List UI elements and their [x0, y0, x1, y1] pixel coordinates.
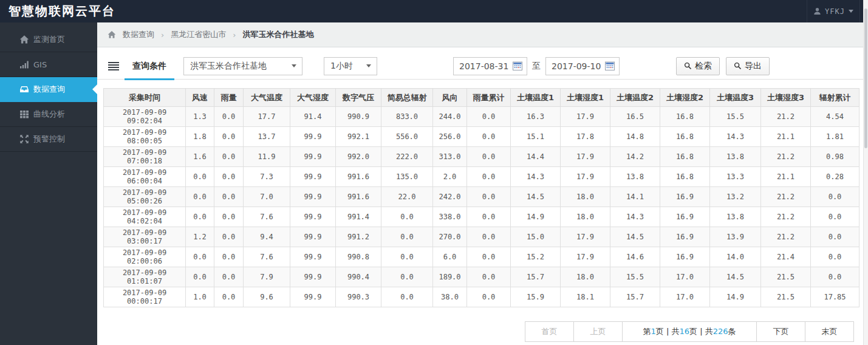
table-cell: 38.0: [433, 287, 467, 307]
sidebar-item-label: 预警控制: [33, 134, 65, 145]
table-cell: 99.9: [290, 247, 336, 267]
table-cell: 16.8: [660, 167, 710, 187]
top-bar: 智慧物联网云平台 YFKJ: [0, 0, 868, 22]
table-cell: 2017-09-09 07:00:18: [104, 147, 186, 167]
table-cell: 2017-09-09 08:00:05: [104, 127, 186, 147]
user-icon: [813, 7, 821, 15]
table-cell: 0.0: [467, 187, 511, 207]
table-cell: 0.0: [214, 187, 244, 207]
scrollbar[interactable]: [863, 0, 868, 345]
prev-page-button[interactable]: 上页: [573, 321, 623, 342]
table-cell: 2017-09-09 09:02:04: [104, 107, 186, 127]
table-cell: 2017-09-09 01:01:07: [104, 267, 186, 287]
column-header: 大气湿度: [290, 89, 336, 107]
table-cell: 16.5: [610, 107, 660, 127]
table-cell: 7.6: [244, 207, 290, 227]
user-menu[interactable]: YFKJ: [807, 0, 860, 22]
next-page-button[interactable]: 下页: [756, 321, 805, 342]
sidebar: 监测首页 GIS 数据查询 曲线分析 预警控制: [0, 22, 97, 345]
table-cell: 13.8: [710, 207, 761, 227]
breadcrumb-item[interactable]: 数据查询: [123, 29, 154, 40]
table-cell: 1.8: [186, 127, 214, 147]
username-label: YFKJ: [825, 7, 845, 16]
search-button[interactable]: 检索: [676, 57, 720, 75]
table-cell: 0.0: [214, 267, 244, 287]
table-cell: 13.3: [710, 167, 761, 187]
interval-select[interactable]: 1小时: [324, 57, 377, 75]
table-row: 2017-09-09 01:01:070.00.07.999.9990.40.0…: [104, 267, 859, 287]
search-button-label: 检索: [695, 61, 712, 72]
table-cell: 2.0: [433, 167, 467, 187]
export-button-label: 导出: [745, 61, 762, 72]
home-icon: [19, 35, 30, 45]
table-cell: 991.4: [336, 207, 381, 227]
column-header: 土壤温度1: [511, 89, 561, 107]
scrollbar-thumb[interactable]: [864, 9, 867, 148]
calendar-icon[interactable]: [605, 61, 615, 70]
table-cell: 0.0: [214, 287, 244, 307]
table-cell: 7.9: [244, 267, 290, 287]
sidebar-item-label: 监测首页: [33, 34, 65, 45]
column-header: 简易总辐射: [381, 89, 433, 107]
table-cell: 0.0: [214, 167, 244, 187]
data-table-wrap: 采集时间 风速 雨量 大气温度 大气湿度 数字气压 简易总辐射 风向 雨量累计 …: [103, 88, 859, 307]
table-cell: 16.3: [511, 107, 561, 127]
sidebar-item-monitor-home[interactable]: 监测首页: [0, 27, 97, 52]
table-cell: 0.0: [811, 207, 859, 227]
table-cell: 99.9: [290, 127, 336, 147]
table-cell: 990.8: [336, 247, 381, 267]
table-cell: 0.0: [186, 167, 214, 187]
table-cell: 14.2: [610, 147, 660, 167]
inbox-icon: [19, 84, 30, 95]
date-from-field[interactable]: [453, 57, 527, 75]
date-from-input[interactable]: [459, 61, 513, 71]
date-to-input[interactable]: [552, 61, 605, 71]
first-page-button[interactable]: 首页: [525, 321, 574, 342]
interval-select-value: 1小时: [330, 61, 353, 72]
export-button[interactable]: 导出: [726, 57, 770, 75]
table-cell: 270.0: [433, 227, 467, 247]
table-cell: 556.0: [381, 127, 433, 147]
table-cell: 244.0: [433, 107, 467, 127]
table-header-row: 采集时间 风速 雨量 大气温度 大气湿度 数字气压 简易总辐射 风向 雨量累计 …: [104, 89, 859, 107]
table-cell: 0.28: [811, 167, 859, 187]
page-info-text: 条: [728, 327, 736, 336]
table-cell: 0.0: [467, 167, 511, 187]
table-cell: 15.9: [511, 287, 561, 307]
date-to-field[interactable]: [545, 57, 620, 75]
table-cell: 15.5: [710, 107, 761, 127]
table-cell: 17.9: [561, 107, 610, 127]
table-cell: 0.0: [186, 187, 214, 207]
table-cell: 135.0: [381, 167, 433, 187]
table-cell: 21.2: [761, 227, 811, 247]
column-header: 风速: [186, 89, 214, 107]
sidebar-item-data-query[interactable]: 数据查询: [0, 77, 97, 102]
calendar-icon[interactable]: [513, 61, 522, 70]
table-cell: 7.6: [244, 247, 290, 267]
table-cell: 16.8: [660, 127, 710, 147]
arrows-icon: [19, 134, 30, 145]
sidebar-item-gis[interactable]: GIS: [0, 52, 97, 77]
table-cell: 0.0: [811, 247, 859, 267]
total-pages-number: 16: [679, 327, 689, 336]
tab-query-conditions[interactable]: 查询条件: [125, 53, 174, 80]
last-page-button[interactable]: 末页: [805, 321, 854, 342]
date-range: 至: [453, 57, 620, 75]
column-header: 风向: [433, 89, 467, 107]
table-cell: 99.9: [290, 167, 336, 187]
station-select-value: 洪军玉米合作社基地: [190, 61, 267, 72]
breadcrumb-item[interactable]: 黑龙江省密山市: [171, 29, 226, 40]
table-cell: 2017-09-09 03:00:17: [104, 227, 186, 247]
sidebar-item-curve-analysis[interactable]: 曲线分析: [0, 102, 97, 127]
table-row: 2017-09-09 00:00:171.00.09.699.9990.30.0…: [104, 287, 859, 307]
table-cell: 14.0: [710, 247, 761, 267]
sidebar-item-alert-control[interactable]: 预警控制: [0, 127, 97, 152]
menu-toggle-icon[interactable]: [108, 62, 119, 70]
table-cell: 14.5: [710, 267, 761, 287]
breadcrumb-item-current: 洪军玉米合作社基地: [242, 29, 313, 40]
station-select[interactable]: 洪军玉米合作社基地: [183, 57, 302, 75]
table-cell: 17.9: [561, 167, 610, 187]
main-content: 数据查询 › 黑龙江省密山市 › 洪军玉米合作社基地 查询条件 洪军玉米合作社基…: [97, 22, 868, 345]
search-icon: [684, 62, 692, 70]
sidebar-item-label: GIS: [33, 60, 47, 69]
